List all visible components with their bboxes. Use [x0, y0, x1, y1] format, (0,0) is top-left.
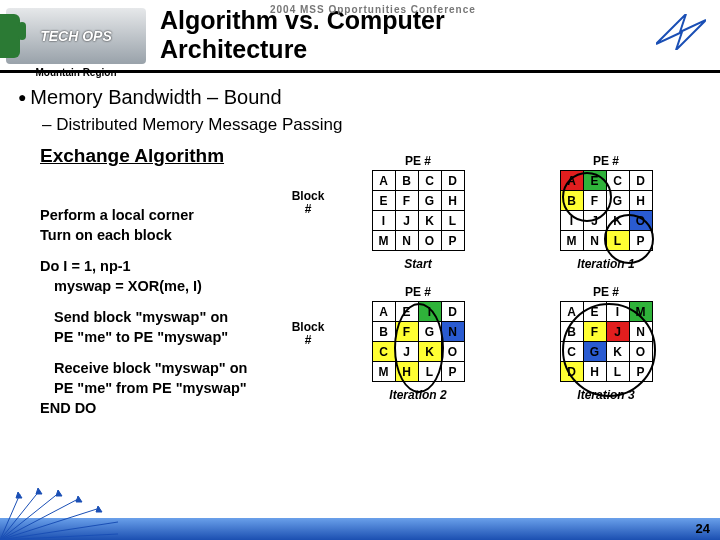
- cell: D: [629, 171, 652, 191]
- sub-bullet: Distributed Memory Message Passing: [42, 115, 708, 135]
- grids-area: PE #Block#ABCDEFGHIJKLMNOPStartPE #AECDB…: [328, 154, 704, 408]
- cell: C: [606, 171, 629, 191]
- cell: I: [560, 211, 583, 231]
- cell: A: [560, 302, 583, 322]
- algorithm-text: Perform a local corner Turn on each bloc…: [40, 206, 320, 418]
- grid-table: AEIMBFJNCGKODHLP: [560, 301, 653, 382]
- grid-caption: Iteration 2: [328, 388, 508, 402]
- algo-l3: Do I = 1, np-1: [40, 257, 320, 277]
- cell: B: [560, 322, 583, 342]
- cell: M: [372, 362, 395, 382]
- grid-caption: Iteration 1: [516, 257, 696, 271]
- cell: O: [629, 342, 652, 362]
- algo-l8: PE "me" from PE "myswap": [54, 379, 320, 399]
- cell: C: [560, 342, 583, 362]
- cell: O: [418, 231, 441, 251]
- cell: E: [372, 191, 395, 211]
- cell: F: [395, 322, 418, 342]
- grid-3: PE #AEIMBFJNCGKODHLPIteration 3: [516, 285, 696, 402]
- cell: M: [560, 231, 583, 251]
- cell: A: [372, 171, 395, 191]
- cactus-icon: [0, 14, 20, 58]
- cell: J: [583, 211, 606, 231]
- page-title: 2004 MSS Opportunities Conference Algori…: [160, 6, 640, 64]
- cell: B: [372, 322, 395, 342]
- cell: J: [395, 211, 418, 231]
- cell: J: [395, 342, 418, 362]
- cell: H: [629, 191, 652, 211]
- cell: O: [629, 211, 652, 231]
- cell: C: [418, 171, 441, 191]
- cell: M: [629, 302, 652, 322]
- svg-marker-2: [56, 490, 62, 496]
- svg-marker-3: [76, 496, 82, 502]
- cell: E: [583, 171, 606, 191]
- cell: D: [441, 171, 464, 191]
- pe-header: PE #: [516, 154, 696, 168]
- title-line2: Architecture: [160, 35, 640, 64]
- grid-caption: Start: [328, 257, 508, 271]
- header-rule: [0, 70, 720, 73]
- cell: N: [629, 322, 652, 342]
- grid-table: ABCDEFGHIJKLMNOP: [372, 170, 465, 251]
- logo-badge: TECH OPS Mountain Region: [6, 8, 146, 64]
- cell: F: [583, 322, 606, 342]
- cell: G: [418, 191, 441, 211]
- algo-l2: Turn on each block: [40, 226, 320, 246]
- starburst-icon: [0, 484, 120, 540]
- block-header: Block#: [288, 321, 328, 347]
- cell: L: [418, 362, 441, 382]
- cell: P: [629, 362, 652, 382]
- grid-caption: Iteration 3: [516, 388, 696, 402]
- algo-l4: myswap = XOR(me, I): [54, 277, 320, 297]
- algo-l1: Perform a local corner: [40, 206, 320, 226]
- cell: E: [583, 302, 606, 322]
- cell: N: [583, 231, 606, 251]
- cell: H: [583, 362, 606, 382]
- cell: B: [560, 191, 583, 211]
- cell: K: [606, 342, 629, 362]
- grid-table: AEIDBFGNCJKOMHLP: [372, 301, 465, 382]
- page-number: 24: [696, 521, 710, 536]
- cell: P: [629, 231, 652, 251]
- algo-l7: Receive block "myswap" on: [54, 359, 320, 379]
- pe-header: PE #: [328, 154, 508, 168]
- svg-marker-1: [36, 488, 42, 494]
- cell: I: [418, 302, 441, 322]
- cell: M: [372, 231, 395, 251]
- cell: J: [606, 322, 629, 342]
- cell: N: [395, 231, 418, 251]
- block-header: Block#: [288, 190, 328, 216]
- cell: P: [441, 362, 464, 382]
- cell: E: [395, 302, 418, 322]
- cell: L: [441, 211, 464, 231]
- cell: O: [441, 342, 464, 362]
- grid-2: PE #Block#AEIDBFGNCJKOMHLPIteration 2: [328, 285, 508, 402]
- faded-subtitle: 2004 MSS Opportunities Conference: [270, 4, 476, 16]
- cell: G: [606, 191, 629, 211]
- cell: A: [372, 302, 395, 322]
- algo-l9: END DO: [40, 399, 320, 419]
- algo-l5: Send block "myswap" on: [54, 308, 320, 328]
- cell: H: [395, 362, 418, 382]
- pe-header: PE #: [328, 285, 508, 299]
- cell: D: [441, 302, 464, 322]
- cell: C: [372, 342, 395, 362]
- grid-1: PE #AECDBFGHIJKOMNLPIteration 1: [516, 154, 696, 271]
- cell: K: [418, 211, 441, 231]
- star-logo-icon: [656, 14, 706, 54]
- svg-marker-4: [96, 506, 102, 512]
- cell: L: [606, 231, 629, 251]
- cell: F: [395, 191, 418, 211]
- algo-l6: PE "me" to PE "myswap": [54, 328, 320, 348]
- cell: L: [606, 362, 629, 382]
- cell: F: [583, 191, 606, 211]
- cell: D: [560, 362, 583, 382]
- pe-header: PE #: [516, 285, 696, 299]
- svg-marker-0: [16, 492, 22, 498]
- cell: G: [583, 342, 606, 362]
- grid-table: AECDBFGHIJKOMNLP: [560, 170, 653, 251]
- logo-text: TECH OPS: [40, 28, 112, 44]
- cell: G: [418, 322, 441, 342]
- cell: B: [395, 171, 418, 191]
